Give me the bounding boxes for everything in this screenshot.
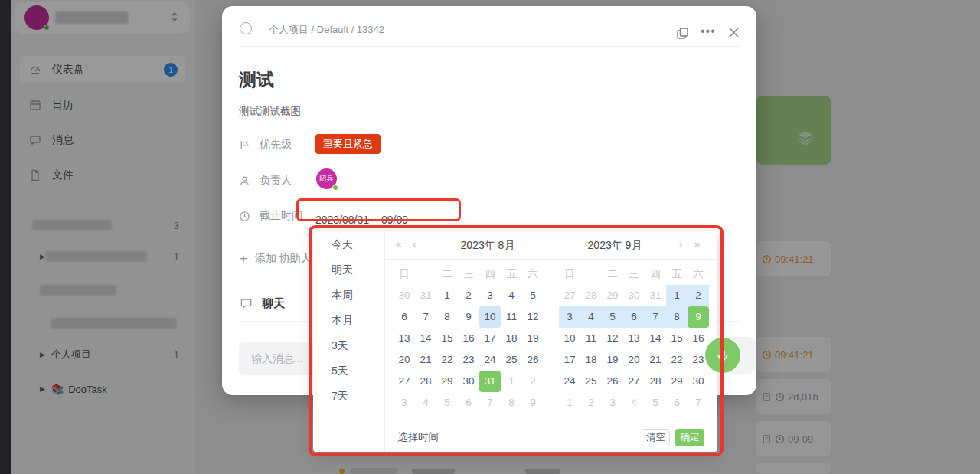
task-title[interactable]: 测试 xyxy=(239,68,274,92)
tab-chat[interactable]: 聊天 xyxy=(240,296,285,311)
day-cell-19[interactable]: 19 xyxy=(602,349,623,371)
day-cell-18[interactable]: 18 xyxy=(580,349,602,371)
day-cell-29[interactable]: 29 xyxy=(602,285,623,306)
confirm-button[interactable]: 确定 xyxy=(675,429,704,446)
day-cell-31[interactable]: 31 xyxy=(415,285,436,306)
day-cell-27[interactable]: 27 xyxy=(559,285,580,306)
day-cell-30[interactable]: 30 xyxy=(458,371,479,392)
day-cell-31[interactable]: 31 xyxy=(645,285,666,306)
shortcut-本月[interactable]: 本月 xyxy=(313,308,384,333)
day-cell-4[interactable]: 4 xyxy=(501,285,522,306)
shortcut-今天[interactable]: 今天 xyxy=(313,232,384,257)
day-cell-14[interactable]: 14 xyxy=(415,328,436,349)
day-cell-9[interactable]: 9 xyxy=(522,392,544,414)
day-cell-27[interactable]: 27 xyxy=(623,371,645,392)
day-cell-9[interactable]: 9 xyxy=(688,306,709,328)
next-month-icon[interactable]: › xyxy=(679,238,682,250)
day-cell-28[interactable]: 28 xyxy=(645,371,666,392)
shortcut-7天[interactable]: 7天 xyxy=(313,384,384,409)
day-cell-7[interactable]: 7 xyxy=(415,306,436,328)
day-cell-6[interactable]: 6 xyxy=(458,392,479,414)
day-cell-8[interactable]: 8 xyxy=(436,306,458,328)
close-icon[interactable] xyxy=(727,26,740,39)
day-cell-19[interactable]: 19 xyxy=(522,328,544,349)
day-cell-1[interactable]: 1 xyxy=(666,285,688,306)
day-cell-24[interactable]: 24 xyxy=(479,349,501,371)
day-cell-20[interactable]: 20 xyxy=(394,349,415,371)
day-cell-29[interactable]: 29 xyxy=(436,371,458,392)
day-cell-10[interactable]: 10 xyxy=(479,306,501,328)
shortcut-本周[interactable]: 本周 xyxy=(313,283,384,308)
day-cell-1[interactable]: 1 xyxy=(436,285,458,306)
day-cell-5[interactable]: 5 xyxy=(436,392,458,414)
shortcut-5天[interactable]: 5天 xyxy=(313,358,384,384)
task-description[interactable]: 测试测试截图 xyxy=(239,105,301,119)
day-cell-3[interactable]: 3 xyxy=(479,285,501,306)
day-cell-16[interactable]: 16 xyxy=(688,328,709,349)
assignee-avatar[interactable]: 昭兵 xyxy=(316,168,337,189)
day-cell-24[interactable]: 24 xyxy=(559,371,580,392)
day-cell-6[interactable]: 6 xyxy=(666,392,688,414)
day-cell-10[interactable]: 10 xyxy=(559,328,580,349)
day-cell-4[interactable]: 4 xyxy=(415,392,436,414)
day-cell-2[interactable]: 2 xyxy=(580,392,602,414)
shortcut-明天[interactable]: 明天 xyxy=(313,257,384,283)
day-cell-28[interactable]: 28 xyxy=(415,371,436,392)
day-cell-29[interactable]: 29 xyxy=(666,371,688,392)
day-cell-13[interactable]: 13 xyxy=(623,328,645,349)
day-cell-25[interactable]: 25 xyxy=(501,349,522,371)
day-cell-26[interactable]: 26 xyxy=(522,349,544,371)
day-cell-18[interactable]: 18 xyxy=(501,328,522,349)
day-cell-2[interactable]: 2 xyxy=(522,371,544,392)
voice-record-button[interactable] xyxy=(705,338,740,373)
day-cell-30[interactable]: 30 xyxy=(394,285,415,306)
day-cell-23[interactable]: 23 xyxy=(458,349,479,371)
day-cell-6[interactable]: 6 xyxy=(623,306,645,328)
open-in-window-icon[interactable] xyxy=(676,27,689,40)
day-cell-4[interactable]: 4 xyxy=(580,306,602,328)
day-cell-31[interactable]: 31 xyxy=(479,371,501,392)
day-cell-21[interactable]: 21 xyxy=(415,349,436,371)
select-time-link[interactable]: 选择时间 xyxy=(397,430,439,444)
day-cell-16[interactable]: 16 xyxy=(458,328,479,349)
day-cell-3[interactable]: 3 xyxy=(602,392,623,414)
day-cell-7[interactable]: 7 xyxy=(645,306,666,328)
day-cell-30[interactable]: 30 xyxy=(623,285,645,306)
day-cell-27[interactable]: 27 xyxy=(394,371,415,392)
more-menu-icon[interactable]: ••• xyxy=(701,25,714,38)
day-cell-8[interactable]: 8 xyxy=(666,306,688,328)
day-cell-11[interactable]: 11 xyxy=(501,306,522,328)
prev-year-icon[interactable]: « xyxy=(396,238,401,250)
shortcut-3天[interactable]: 3天 xyxy=(313,333,384,358)
day-cell-1[interactable]: 1 xyxy=(501,371,522,392)
day-cell-25[interactable]: 25 xyxy=(580,371,602,392)
day-cell-5[interactable]: 5 xyxy=(602,306,623,328)
day-cell-28[interactable]: 28 xyxy=(580,285,602,306)
day-cell-7[interactable]: 7 xyxy=(688,392,709,414)
day-cell-9[interactable]: 9 xyxy=(458,306,479,328)
day-cell-17[interactable]: 17 xyxy=(479,328,501,349)
day-cell-6[interactable]: 6 xyxy=(394,306,415,328)
day-cell-20[interactable]: 20 xyxy=(623,349,645,371)
day-cell-2[interactable]: 2 xyxy=(458,285,479,306)
day-cell-21[interactable]: 21 xyxy=(645,349,666,371)
day-cell-22[interactable]: 22 xyxy=(436,349,458,371)
day-cell-15[interactable]: 15 xyxy=(436,328,458,349)
day-cell-15[interactable]: 15 xyxy=(666,328,688,349)
day-cell-12[interactable]: 12 xyxy=(522,306,544,328)
day-cell-22[interactable]: 22 xyxy=(666,349,688,371)
day-cell-26[interactable]: 26 xyxy=(602,371,623,392)
day-cell-11[interactable]: 11 xyxy=(580,328,602,349)
day-cell-7[interactable]: 7 xyxy=(479,392,501,414)
day-cell-5[interactable]: 5 xyxy=(645,392,666,414)
day-cell-8[interactable]: 8 xyxy=(501,392,522,414)
day-cell-13[interactable]: 13 xyxy=(394,328,415,349)
day-cell-2[interactable]: 2 xyxy=(688,285,709,306)
clear-button[interactable]: 清空 xyxy=(642,429,670,446)
due-date-input[interactable]: 2023/08/31 ~ 09/09 xyxy=(315,209,408,230)
day-cell-5[interactable]: 5 xyxy=(522,285,544,306)
day-cell-14[interactable]: 14 xyxy=(645,328,666,349)
day-cell-1[interactable]: 1 xyxy=(559,392,580,414)
task-complete-checkbox[interactable] xyxy=(240,22,252,34)
day-cell-3[interactable]: 3 xyxy=(559,306,580,328)
